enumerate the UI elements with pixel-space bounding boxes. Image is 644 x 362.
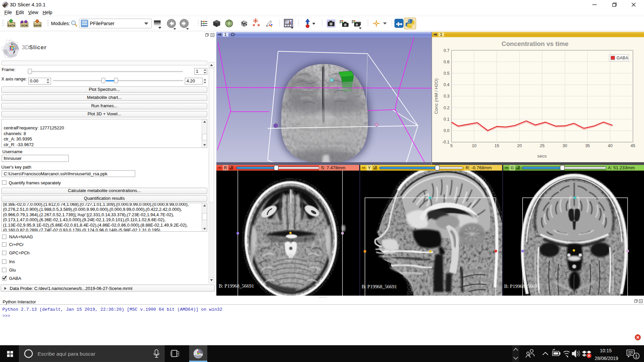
svg-text:1: 1 [440,33,442,37]
svg-text:DATA: DATA [8,24,15,27]
svg-text:20: 20 [517,143,522,148]
svg-text:PFileParser: PFileParser [90,21,114,26]
svg-text:25: 25 [540,143,544,148]
svg-text:0.1: 0.1 [444,117,449,122]
svg-text:B: P19968_56691: B: P19968_56691 [219,283,254,289]
svg-text:Escribe aquí para buscar: Escribe aquí para buscar [38,351,95,357]
svg-text:DCM: DCM [21,24,28,27]
svg-text:SAVE: SAVE [34,24,41,27]
svg-text:Modules:: Modules: [51,21,70,26]
svg-text:B: P19968_56691: B: P19968_56691 [362,284,397,289]
svg-text:R: -0.768mm: R: -0.768mm [466,165,492,170]
svg-text:S: 7.478mm: S: 7.478mm [321,165,345,170]
svg-text:0.7: 0.7 [444,48,449,53]
svg-text:Concentration vs time: Concentration vs time [501,40,569,47]
svg-text:0.5: 0.5 [444,71,449,76]
svg-text:45: 45 [631,143,635,148]
svg-text:secs: secs [537,154,547,159]
svg-text:10: 10 [472,143,477,148]
svg-text:0.4: 0.4 [444,82,449,87]
svg-text:35: 35 [585,143,590,148]
svg-text:15: 15 [494,143,499,148]
svg-text:-0.1: -0.1 [442,140,449,144]
svg-text:A: 51.233mm: A: 51.233mm [608,165,635,170]
svg-text:28/06/2019: 28/06/2019 [595,356,618,361]
svg-text:Conc (mM / H2O): Conc (mM / H2O) [434,78,439,114]
svg-text:Y: Y [368,166,371,170]
svg-text:0.3: 0.3 [444,94,449,99]
svg-text:1: 1 [635,354,638,359]
svg-text:5: 5 [450,143,453,148]
svg-text:10:15: 10:15 [600,348,611,353]
svg-text:G: G [511,166,514,170]
svg-text:0.0: 0.0 [444,128,449,133]
svg-text:B: P19968_56691: B: P19968_56691 [504,284,539,289]
svg-text:40: 40 [608,143,612,148]
svg-text:0.6: 0.6 [444,60,449,64]
svg-text:0.2: 0.2 [444,106,449,110]
svg-text:GABA: GABA [616,56,628,60]
svg-text:R: R [224,166,227,170]
svg-text:30: 30 [562,143,567,148]
svg-text:1: 1 [224,33,227,37]
